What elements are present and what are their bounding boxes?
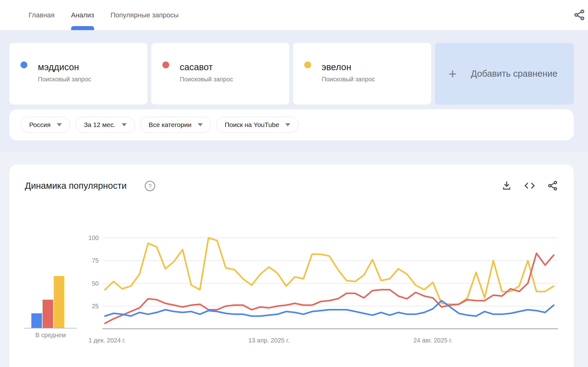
add-comparison-label: Добавить сравнение [471, 69, 558, 79]
svg-text:75: 75 [92, 257, 99, 264]
comparison-section: мэддисон Поисковый запрос сасавот Поиско… [0, 30, 588, 152]
results-section: Динамика популярности ? [0, 152, 588, 367]
svg-text:24 авг. 2025 г.: 24 авг. 2025 г. [413, 337, 452, 344]
share-icon [573, 8, 586, 21]
term-type-label: Поисковый запрос [322, 76, 375, 83]
search-term: мэддисон [38, 62, 79, 72]
comparison-cards-row: мэддисон Поисковый запрос сасавот Поиско… [9, 43, 579, 105]
filter-region-value: Россия [29, 121, 51, 129]
filter-category-value: Все категории [149, 121, 192, 129]
chevron-down-icon [122, 123, 127, 126]
interest-over-time-card: Динамика популярности ? [9, 165, 574, 367]
chevron-down-icon [285, 123, 290, 126]
tab-explore-label: Анализ [71, 11, 94, 19]
filter-searchtype-value: Поиск на YouTube [225, 121, 279, 129]
filter-region-dropdown[interactable]: Россия [21, 117, 70, 133]
svg-text:25: 25 [92, 303, 99, 310]
chevron-down-icon [198, 123, 203, 126]
filter-timerange-dropdown[interactable]: За 12 мес. [75, 117, 135, 133]
svg-text:В среднем: В среднем [35, 332, 66, 338]
chevron-down-icon [57, 123, 62, 126]
comparison-card-3[interactable]: эвелон Поисковый запрос [293, 43, 431, 105]
filter-searchtype-dropdown[interactable]: Поиск на YouTube [216, 117, 299, 133]
svg-text:50: 50 [92, 280, 99, 287]
top-nav: Главная Анализ Популярные запросы [0, 0, 588, 30]
svg-text:100: 100 [88, 234, 99, 241]
series-color-dot-blue [20, 61, 27, 68]
filter-category-dropdown[interactable]: Все категории [140, 117, 211, 133]
search-term: эвелон [322, 62, 351, 72]
tab-trending[interactable]: Популярные запросы [111, 0, 179, 30]
comparison-card-2[interactable]: сасавот Поисковый запрос [151, 43, 289, 105]
plus-icon: + [449, 67, 457, 81]
series-color-dot-red [162, 61, 169, 68]
interest-over-time-chart: 2550751001 дек. 2024 г.13 апр. 2025 г.24… [9, 165, 574, 367]
term-type-label: Поисковый запрос [38, 76, 91, 83]
comparison-card-1[interactable]: мэддисон Поисковый запрос [9, 43, 147, 105]
search-term: сасавот [180, 62, 213, 72]
tab-home-label: Главная [29, 11, 55, 19]
filter-timerange-value: За 12 мес. [84, 121, 115, 129]
svg-text:13 апр. 2025 г.: 13 апр. 2025 г. [248, 337, 289, 344]
tab-home[interactable]: Главная [29, 0, 55, 30]
svg-text:1 дек. 2024 г.: 1 дек. 2024 г. [88, 337, 126, 344]
series-color-dot-yellow [304, 61, 311, 68]
filters-bar: Россия За 12 мес. Все категории Поиск на… [9, 109, 574, 140]
active-tab-indicator [71, 26, 94, 30]
term-type-label: Поисковый запрос [180, 76, 233, 83]
tab-trending-label: Популярные запросы [111, 11, 179, 19]
share-button[interactable] [572, 7, 586, 22]
tab-explore[interactable]: Анализ [71, 0, 94, 30]
add-comparison-button[interactable]: + Добавить сравнение [435, 43, 574, 105]
